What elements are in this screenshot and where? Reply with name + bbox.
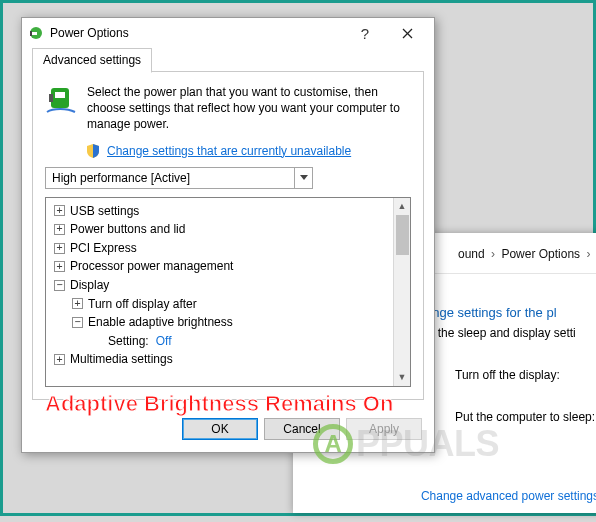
power-plan-selected: High performance [Active] xyxy=(52,171,190,185)
expand-icon[interactable]: + xyxy=(54,354,65,365)
svg-rect-7 xyxy=(49,94,53,102)
expand-icon[interactable]: + xyxy=(54,205,65,216)
power-options-dialog: Power Options ? Advanced settings Se xyxy=(21,17,435,453)
chevron-right-icon: › xyxy=(586,247,590,261)
change-unavailable-settings-link[interactable]: Change settings that are currently unava… xyxy=(107,144,351,158)
window-title: Power Options xyxy=(50,26,344,40)
breadcrumb: ound › Power Options › E xyxy=(458,247,596,261)
setting-label-turn-off-display: Turn off the display: xyxy=(455,368,596,382)
change-advanced-settings-link[interactable]: Change advanced power settings xyxy=(421,489,596,503)
setting-label-sleep: Put the computer to sleep: xyxy=(455,410,596,424)
tab-advanced-settings[interactable]: Advanced settings xyxy=(32,48,152,73)
tree-label: Display xyxy=(70,276,109,295)
collapse-icon[interactable]: − xyxy=(54,280,65,291)
tree-item-adaptive-brightness[interactable]: − Enable adaptive brightness xyxy=(48,313,410,332)
power-plan-select[interactable]: High performance [Active] xyxy=(45,167,313,189)
svg-rect-2 xyxy=(30,31,32,36)
power-plan-icon xyxy=(45,84,77,133)
apply-button: Apply xyxy=(346,418,422,440)
tree-label: Turn off display after xyxy=(88,295,197,314)
expand-icon[interactable]: + xyxy=(54,224,65,235)
collapse-icon[interactable]: − xyxy=(72,317,83,328)
scrollbar[interactable]: ▲ ▼ xyxy=(393,198,410,386)
tree-item-power-buttons[interactable]: + Power buttons and lid xyxy=(48,220,410,239)
tree-label: USB settings xyxy=(70,202,139,221)
tree-label: Power buttons and lid xyxy=(70,220,185,239)
svg-rect-6 xyxy=(55,92,65,98)
tree-item-display[interactable]: − Display xyxy=(48,276,410,295)
scroll-up-icon[interactable]: ▲ xyxy=(394,198,410,215)
tree-item-multimedia[interactable]: + Multimedia settings xyxy=(48,350,410,369)
svg-rect-1 xyxy=(32,32,37,35)
help-button[interactable]: ? xyxy=(344,20,386,46)
dropdown-arrow-icon[interactable] xyxy=(294,168,312,188)
tree-item-usb[interactable]: + USB settings xyxy=(48,202,410,221)
scroll-down-icon[interactable]: ▼ xyxy=(394,369,410,386)
settings-tree: + USB settings + Power buttons and lid +… xyxy=(45,197,411,387)
expand-icon[interactable]: + xyxy=(54,261,65,272)
tree-label: Processor power management xyxy=(70,257,233,276)
tree-label: Multimedia settings xyxy=(70,350,173,369)
intro-text: Select the power plan that you want to c… xyxy=(87,84,411,133)
tab-strip: Advanced settings xyxy=(32,48,424,72)
cancel-button[interactable]: Cancel xyxy=(264,418,340,440)
setting-value[interactable]: Off xyxy=(156,332,172,351)
dialog-button-row: OK Cancel Apply xyxy=(22,410,434,452)
expand-icon[interactable]: + xyxy=(54,243,65,254)
close-button[interactable] xyxy=(386,20,428,46)
breadcrumb-part[interactable]: ound xyxy=(458,247,485,261)
tree-item-pci[interactable]: + PCI Express xyxy=(48,239,410,258)
power-options-icon xyxy=(28,25,44,41)
chevron-right-icon: › xyxy=(491,247,495,261)
tree-setting-row[interactable]: Setting: Off xyxy=(48,332,410,351)
setting-label: Setting: xyxy=(108,332,149,351)
tree-label: PCI Express xyxy=(70,239,137,258)
shield-icon xyxy=(85,143,101,159)
page-heading: ange settings for the pl xyxy=(425,305,596,320)
page-subtext: ose the sleep and display setti xyxy=(415,326,596,340)
scrollbar-thumb[interactable] xyxy=(396,215,409,255)
ok-button[interactable]: OK xyxy=(182,418,258,440)
tree-item-processor[interactable]: + Processor power management xyxy=(48,257,410,276)
tab-content: Select the power plan that you want to c… xyxy=(32,72,424,400)
tree-item-turn-off-display[interactable]: + Turn off display after xyxy=(48,295,410,314)
tree-label: Enable adaptive brightness xyxy=(88,313,233,332)
breadcrumb-part[interactable]: Power Options xyxy=(501,247,580,261)
expand-icon[interactable]: + xyxy=(72,298,83,309)
titlebar[interactable]: Power Options ? xyxy=(22,18,434,48)
